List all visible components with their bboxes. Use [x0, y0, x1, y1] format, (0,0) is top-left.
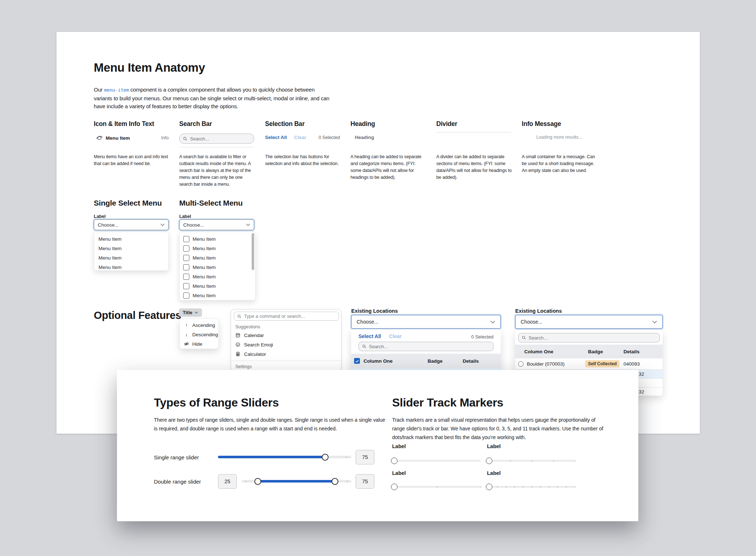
- marker-slider-label: Label: [487, 470, 501, 476]
- sort-dropdown-menu: ↑Ascending ↓Descending Hide: [180, 319, 219, 349]
- multi-select-title: Multi-Select Menu: [179, 199, 243, 207]
- hide-option[interactable]: Hide: [180, 339, 218, 349]
- row-name: Boulder (070003): [527, 361, 564, 367]
- menu-item-option[interactable]: Menu Item: [94, 244, 168, 253]
- menu-item-checkbox-option[interactable]: Menu Item: [180, 253, 255, 262]
- chevron-down-icon: [194, 311, 198, 314]
- multi-select-trigger[interactable]: Choose...: [179, 219, 254, 230]
- track-markers-description: Track markers are a small visual represe…: [392, 416, 609, 442]
- menu-item-label: Menu Item: [193, 246, 216, 251]
- radio-unselected[interactable]: [518, 361, 524, 367]
- search-bar-example[interactable]: Search...: [179, 134, 254, 144]
- feature-title-search-bar: Search Bar: [179, 120, 256, 128]
- menu-item-checkbox-option[interactable]: Menu Item: [180, 262, 255, 272]
- column-header[interactable]: Column One: [364, 358, 392, 364]
- locations-single-trigger[interactable]: Choose...: [515, 315, 663, 329]
- command-search-placeholder: Type a command or search...: [244, 313, 305, 319]
- feature-title-heading: Heading: [350, 120, 427, 128]
- checkbox-unchecked[interactable]: [183, 255, 189, 261]
- marker-slider-label: Label: [392, 443, 406, 449]
- locations-multi-trigger[interactable]: Choose...: [351, 315, 501, 329]
- menu-item-checkbox-option[interactable]: Menu Item: [180, 281, 255, 291]
- checkbox-unchecked[interactable]: [183, 264, 189, 270]
- marker-slider-label: Label: [392, 470, 406, 476]
- sort-option-label: Hide: [192, 341, 202, 347]
- column-header[interactable]: Badge: [588, 349, 603, 354]
- slider-thumb[interactable]: [391, 484, 398, 490]
- scrollbar[interactable]: [252, 233, 254, 270]
- calendar-icon: 17: [235, 333, 240, 338]
- multi-select-label: Label: [179, 214, 191, 219]
- double-range-start-box[interactable]: 25: [218, 474, 237, 489]
- feature-desc-divider: A divider can be added to separate secti…: [436, 153, 513, 181]
- table-row[interactable]: Boulder (070003) Self Collected 040093: [515, 358, 663, 369]
- sort-descending-option[interactable]: ↓Descending: [180, 330, 218, 339]
- double-range-slider-track[interactable]: [242, 480, 351, 483]
- single-range-slider-track[interactable]: [218, 456, 351, 458]
- checkbox-unchecked[interactable]: [183, 274, 189, 280]
- marker-slider-track-5[interactable]: [489, 460, 575, 462]
- search-placeholder: Search...: [190, 136, 209, 142]
- intro-prefix: Our: [94, 87, 104, 93]
- palette-item-search-emoji[interactable]: Search Emoji: [235, 340, 273, 349]
- range-sliders-title: Types of Range Sliders: [154, 396, 279, 409]
- locations-single-search[interactable]: Search...: [518, 333, 660, 342]
- marker-slider-track-11[interactable]: [489, 486, 575, 488]
- locations-multi-search[interactable]: Search...: [358, 342, 494, 351]
- select-all-button[interactable]: Select All: [265, 135, 287, 140]
- checkbox-unchecked[interactable]: [183, 236, 189, 242]
- single-select-menu: Menu Item Menu Item Menu Item Menu Item: [94, 232, 169, 271]
- intro-code-token: menu-item: [104, 87, 129, 93]
- slider-thumb[interactable]: [486, 484, 492, 490]
- menu-item-option[interactable]: Menu Item: [94, 262, 168, 272]
- double-range-end-box[interactable]: 75: [356, 474, 374, 489]
- menu-item-option[interactable]: Menu Item: [94, 234, 168, 244]
- locations-multi-value: Choose...: [357, 319, 378, 325]
- menu-item-checkbox-option[interactable]: Menu Item: [180, 234, 255, 244]
- slider-thumb[interactable]: [391, 458, 398, 464]
- select-all-button[interactable]: Select All: [358, 333, 381, 339]
- feature-title-selection-bar: Selection Bar: [265, 120, 342, 128]
- single-select-trigger[interactable]: Choose...: [94, 219, 169, 230]
- sort-title-button[interactable]: Title: [179, 308, 202, 317]
- sort-ascending-option[interactable]: ↑Ascending: [180, 320, 218, 330]
- range-sliders-modal: Types of Range Sliders There are two typ…: [117, 370, 638, 521]
- checkbox-unchecked[interactable]: [183, 292, 189, 299]
- slider-fill: [218, 456, 325, 458]
- menu-item-checkbox-option[interactable]: Menu Item: [180, 244, 255, 253]
- slider-thumb-end[interactable]: [331, 478, 338, 485]
- eye-off-icon: [184, 341, 189, 346]
- search-icon: [522, 336, 526, 340]
- slider-thumb[interactable]: [486, 458, 492, 464]
- menu-item-option[interactable]: Menu Item: [94, 253, 168, 262]
- column-header[interactable]: Details: [623, 349, 639, 354]
- menu-item-checkbox-option[interactable]: Menu Item: [180, 291, 255, 300]
- suggestions-heading: Suggestions: [235, 324, 260, 329]
- track-marker: [480, 486, 482, 488]
- palette-item-calendar[interactable]: 17 Calendar: [235, 330, 264, 340]
- info-message-example: Loading more results...: [522, 135, 597, 140]
- column-header[interactable]: Details: [463, 358, 479, 364]
- checkbox-unchecked[interactable]: [183, 283, 189, 289]
- slider-thumb[interactable]: [322, 454, 328, 460]
- command-search-input[interactable]: Type a command or search...: [234, 312, 339, 321]
- menu-item-example[interactable]: Menu Item Info: [94, 134, 169, 142]
- column-header[interactable]: Column One: [524, 349, 553, 354]
- menu-item-info-text: Info: [161, 135, 169, 140]
- checkbox-unchecked[interactable]: [183, 245, 189, 252]
- single-range-value-box[interactable]: 75: [356, 450, 374, 464]
- clear-button[interactable]: Clear: [294, 135, 306, 140]
- range-sliders-description: There are two types of range sliders, si…: [154, 416, 387, 433]
- palette-item-calculator[interactable]: Calculator: [235, 349, 266, 359]
- intro-suffix: component is a complex component that al…: [94, 87, 329, 109]
- clear-button[interactable]: Clear: [389, 333, 402, 339]
- marker-slider-track-0[interactable]: [394, 460, 481, 462]
- selected-count: 0 Selected: [319, 135, 340, 140]
- slider-thumb-start[interactable]: [255, 478, 261, 485]
- multi-select-menu: Menu Item Menu Item Menu Item Menu Item …: [179, 232, 256, 300]
- column-header[interactable]: Badge: [428, 358, 442, 364]
- track-marker: [532, 460, 533, 462]
- menu-item-checkbox-option[interactable]: Menu Item: [180, 272, 255, 281]
- marker-slider-track-3[interactable]: [394, 486, 481, 488]
- checkbox-checked[interactable]: [354, 358, 360, 364]
